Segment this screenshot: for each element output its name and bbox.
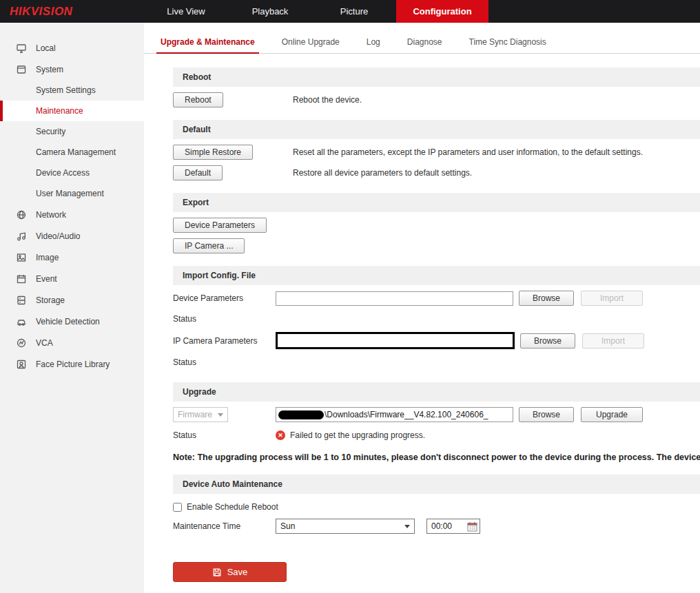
default-button[interactable]: Default bbox=[173, 165, 223, 180]
nav-configuration[interactable]: Configuration bbox=[396, 0, 488, 23]
spacer-icon bbox=[15, 126, 27, 138]
sidebar-item-system[interactable]: System bbox=[0, 59, 144, 80]
system-icon bbox=[15, 63, 27, 75]
reboot-button[interactable]: Reboot bbox=[173, 92, 223, 107]
enable-schedule-reboot-label: Enable Schedule Reboot bbox=[187, 502, 278, 512]
default-description: Restore all device parameters to default… bbox=[293, 168, 472, 178]
firmware-type-select[interactable]: Firmware bbox=[173, 407, 228, 422]
image-icon bbox=[15, 251, 27, 263]
upgrade-status-row: Status Failed to get the upgrading progr… bbox=[173, 428, 700, 443]
import-device-parameters-row: Device Parameters Browse Import bbox=[173, 291, 700, 306]
chevron-down-icon bbox=[404, 525, 410, 528]
maintenance-time-input[interactable]: 00:00 bbox=[426, 519, 480, 534]
export-device-parameters-row: Device Parameters bbox=[173, 218, 700, 233]
tab-log[interactable]: Log bbox=[362, 37, 384, 53]
nav-live-view[interactable]: Live View bbox=[144, 0, 228, 23]
section-header-reboot: Reboot bbox=[173, 67, 700, 87]
tab-upgrade-maintenance[interactable]: Upgrade & Maintenance bbox=[156, 37, 259, 54]
tab-bar: Upgrade & Maintenance Online Upgrade Log… bbox=[144, 23, 700, 54]
device-parameters-browse-button[interactable]: Browse bbox=[519, 291, 574, 306]
hikvision-logo: HIKVISION bbox=[0, 0, 144, 23]
reboot-row: Reboot Reboot the device. bbox=[173, 92, 700, 107]
simple-restore-row: Simple Restore Reset all the parameters,… bbox=[173, 145, 700, 160]
status-label: Status bbox=[173, 357, 276, 367]
sidebar-item-video-audio[interactable]: Video/Audio bbox=[0, 225, 144, 247]
section-header-default: Default bbox=[173, 120, 700, 139]
sidebar-item-security[interactable]: Security bbox=[0, 121, 144, 142]
section-header-device-auto-maintenance: Device Auto Maintenance bbox=[173, 475, 700, 494]
tab-online-upgrade[interactable]: Online Upgrade bbox=[278, 37, 344, 53]
local-icon bbox=[15, 42, 27, 54]
network-icon bbox=[15, 209, 27, 220]
ip-camera-import-button[interactable]: Import bbox=[582, 333, 644, 348]
storage-icon bbox=[15, 294, 27, 306]
sidebar-item-vehicle-detection[interactable]: Vehicle Detection bbox=[0, 311, 144, 332]
export-ip-camera-row: IP Camera ... bbox=[173, 238, 700, 253]
spacer-icon bbox=[15, 147, 27, 158]
sidebar-item-event[interactable]: Event bbox=[0, 268, 144, 289]
status-label: Status bbox=[173, 430, 276, 440]
vehicle-detection-icon bbox=[15, 315, 27, 327]
sidebar-item-user-management[interactable]: User Management bbox=[0, 183, 144, 204]
ip-camera-browse-button[interactable]: Browse bbox=[520, 333, 575, 348]
sidebar-item-system-settings[interactable]: System Settings bbox=[0, 80, 144, 101]
save-row: Save bbox=[173, 562, 700, 582]
device-parameters-status-row: Status bbox=[173, 311, 700, 326]
reboot-description: Reboot the device. bbox=[293, 95, 362, 105]
sidebar-item-vca[interactable]: VCA bbox=[0, 332, 144, 353]
enable-schedule-reboot-row: Enable Schedule Reboot bbox=[173, 502, 700, 512]
sidebar-item-maintenance[interactable]: Maintenance bbox=[0, 101, 144, 121]
vca-icon bbox=[15, 337, 27, 348]
enable-schedule-reboot-checkbox[interactable] bbox=[173, 503, 182, 512]
device-parameters-input[interactable] bbox=[276, 291, 513, 306]
maintenance-time-row: Maintenance Time Sun 00:00 bbox=[173, 519, 700, 534]
face-picture-library-icon bbox=[15, 358, 27, 370]
simple-restore-button[interactable]: Simple Restore bbox=[173, 145, 253, 160]
event-icon bbox=[15, 273, 27, 284]
device-parameters-label: Device Parameters bbox=[173, 293, 276, 303]
sidebar-item-network[interactable]: Network bbox=[0, 204, 144, 225]
save-icon bbox=[212, 568, 222, 577]
ip-camera-parameters-label: IP Camera Parameters bbox=[173, 336, 276, 346]
sidebar-item-camera-management[interactable]: Camera Management bbox=[0, 142, 144, 163]
sidebar-item-local[interactable]: Local bbox=[0, 37, 144, 59]
error-icon bbox=[276, 430, 285, 440]
maintenance-time-label: Maintenance Time bbox=[173, 521, 276, 531]
nav-picture[interactable]: Picture bbox=[312, 0, 396, 23]
redaction-blob bbox=[278, 410, 324, 419]
spacer-icon bbox=[15, 188, 27, 200]
section-header-export: Export bbox=[173, 193, 700, 212]
sidebar-item-face-picture-library[interactable]: Face Picture Library bbox=[0, 353, 144, 375]
maintenance-day-select[interactable]: Sun bbox=[276, 519, 415, 534]
upgrade-note: Note: The upgrading process will be 1 to… bbox=[173, 452, 700, 462]
status-label: Status bbox=[173, 314, 276, 324]
firmware-file-path-input[interactable]: \Downloads\Firmware__V4.82.100_240606_ bbox=[276, 407, 513, 422]
sidebar-item-storage[interactable]: Storage bbox=[0, 289, 144, 311]
ip-camera-status-row: Status bbox=[173, 355, 700, 370]
ip-camera-parameters-input[interactable] bbox=[276, 332, 515, 349]
top-navbar: HIKVISION Live View Playback Picture Con… bbox=[0, 0, 700, 23]
tab-diagnose[interactable]: Diagnose bbox=[403, 37, 446, 53]
export-device-parameters-button[interactable]: Device Parameters bbox=[173, 218, 267, 233]
sidebar-item-image[interactable]: Image bbox=[0, 247, 144, 268]
calendar-icon[interactable] bbox=[467, 521, 477, 532]
simple-restore-description: Reset all the parameters, except the IP … bbox=[293, 147, 643, 157]
firmware-browse-button[interactable]: Browse bbox=[519, 407, 574, 422]
section-header-upgrade: Upgrade bbox=[173, 382, 700, 402]
save-button[interactable]: Save bbox=[173, 562, 287, 582]
upgrade-status-text: Failed to get the upgrading progress. bbox=[290, 430, 425, 440]
spacer-icon bbox=[15, 85, 27, 96]
export-ip-camera-button[interactable]: IP Camera ... bbox=[173, 238, 245, 253]
chevron-down-icon bbox=[218, 413, 223, 417]
import-ip-camera-row: IP Camera Parameters Browse Import bbox=[173, 332, 700, 349]
settings-form: Reboot Reboot Reboot the device. Default… bbox=[173, 67, 700, 582]
upgrade-row: Firmware \Downloads\Firmware__V4.82.100_… bbox=[173, 407, 700, 422]
default-row: Default Restore all device parameters to… bbox=[173, 165, 700, 180]
upgrade-button[interactable]: Upgrade bbox=[581, 407, 643, 422]
device-parameters-import-button[interactable]: Import bbox=[581, 291, 643, 306]
tab-time-sync-diagnosis[interactable]: Time Sync Diagnosis bbox=[465, 37, 550, 53]
sidebar-item-device-access[interactable]: Device Access bbox=[0, 163, 144, 183]
nav-playback[interactable]: Playback bbox=[228, 0, 312, 23]
app-root: HIKVISION Live View Playback Picture Con… bbox=[0, 0, 700, 593]
spacer-icon bbox=[15, 105, 27, 117]
